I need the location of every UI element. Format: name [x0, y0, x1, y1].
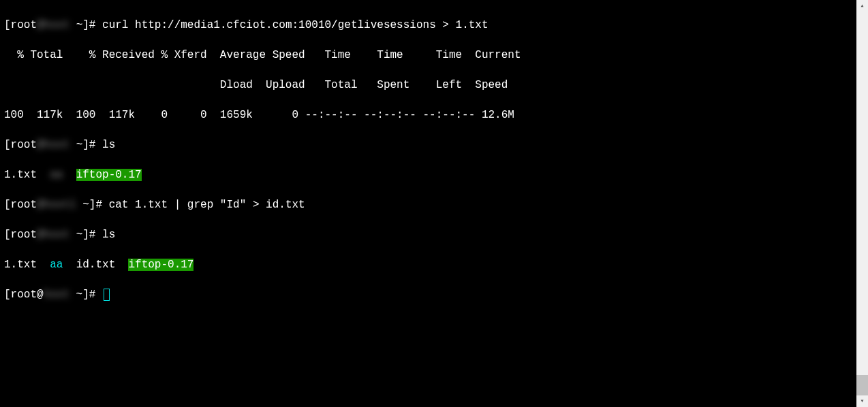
cursor-icon [104, 289, 110, 301]
prompt-path: ~]# [69, 19, 102, 31]
prompt-path: ~]# [69, 289, 102, 301]
file-iftop: iftop-0.17 [128, 259, 193, 271]
prompt-user: [root [4, 19, 37, 31]
prompt-path: ~]# [76, 199, 109, 211]
file-txt: 1.txt [4, 169, 50, 181]
command-line: [root@host ~]# [4, 287, 852, 302]
hostname-blur: @host [37, 137, 69, 152]
file-idtxt: id.txt [63, 259, 128, 271]
ls-output: 1.txt aa iftop-0.17 [4, 167, 852, 182]
scroll-thumb[interactable] [856, 375, 868, 395]
hostname-blur: @hostl [37, 197, 76, 212]
file-aa: aa [50, 259, 63, 271]
vertical-scrollbar[interactable]: ▴ ▾ [856, 0, 868, 407]
curl-progress: 100 117k 100 117k 0 0 1659k 0 --:--:-- -… [4, 108, 852, 123]
ls-command: ls [102, 229, 115, 241]
scroll-down-button[interactable]: ▾ [856, 395, 868, 407]
file-aa: aa [50, 167, 63, 182]
ls-output: 1.txt aa id.txt iftop-0.17 [4, 257, 852, 272]
curl-command: curl http://media1.cfciot.com:10010/getl… [102, 19, 489, 31]
scroll-track[interactable] [856, 12, 868, 395]
cat-grep-command: cat 1.txt | grep "Id" > id.txt [109, 199, 305, 211]
prompt-path: ~]# [69, 139, 102, 151]
hostname-blur: host [44, 287, 69, 302]
prompt-user: [root [4, 229, 37, 241]
hostname-blur: @host [37, 227, 69, 242]
prompt-user: [root [4, 199, 37, 211]
command-line: [root@host ~]# ls [4, 227, 852, 242]
scroll-up-button[interactable]: ▴ [856, 0, 868, 12]
command-line: [root@host ~]# curl http://media1.cfciot… [4, 18, 852, 33]
spacer [63, 169, 76, 181]
file-iftop: iftop-0.17 [76, 169, 142, 181]
hostname-blur: @host [37, 18, 69, 33]
curl-header-1: % Total % Received % Xferd Average Speed… [4, 48, 852, 63]
terminal-output[interactable]: [root@host ~]# curl http://media1.cfciot… [0, 0, 856, 407]
prompt-path: ~]# [69, 229, 102, 241]
ls-command: ls [102, 139, 115, 151]
file-txt: 1.txt [4, 259, 50, 271]
command-line: [root@hostl ~]# cat 1.txt | grep "Id" > … [4, 197, 852, 212]
prompt-user: [root@ [4, 289, 44, 301]
prompt-user: [root [4, 139, 37, 151]
command-line: [root@host ~]# ls [4, 137, 852, 152]
curl-header-2: Dload Upload Total Spent Left Speed [4, 78, 852, 93]
